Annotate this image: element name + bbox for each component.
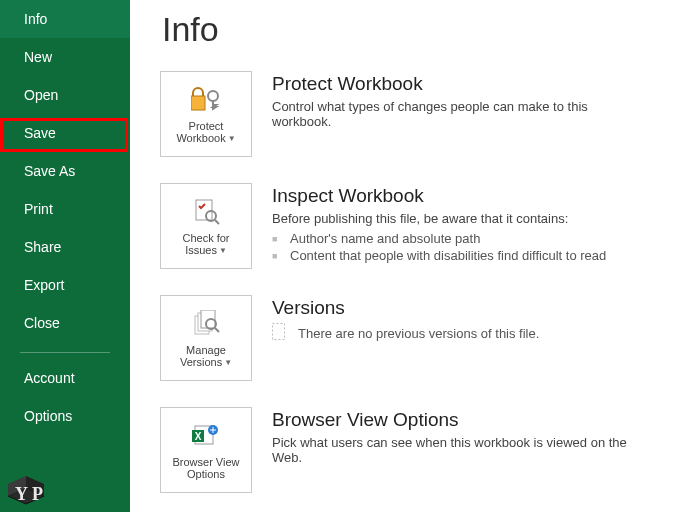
list-item: Author's name and absolute path (272, 230, 650, 247)
sidebar-item-label: Account (24, 370, 75, 386)
versions-text: There are no previous versions of this f… (298, 326, 539, 341)
sidebar-item-print[interactable]: Print (0, 190, 130, 228)
document-versions-icon (191, 308, 221, 340)
sidebar-item-save-as[interactable]: Save As (0, 152, 130, 190)
document-ghost-icon (272, 323, 286, 344)
sidebar-item-account[interactable]: Account (0, 359, 130, 397)
sidebar-item-share[interactable]: Share (0, 228, 130, 266)
browser-title: Browser View Options (272, 409, 650, 431)
protect-workbook-button[interactable]: Protect Workbook▼ (160, 71, 252, 157)
excel-globe-icon: X (191, 420, 221, 452)
svg-rect-0 (191, 96, 205, 110)
tile-label: Protect (189, 120, 224, 132)
checklist-magnifier-icon (191, 196, 221, 228)
sidebar-item-label: Print (24, 201, 53, 217)
browser-view-section: X Browser View Options Browser View Opti… (160, 407, 650, 493)
svg-rect-2 (196, 200, 212, 220)
versions-section: Manage Versions▼ Versions There are no p… (160, 295, 650, 381)
protect-section: Protect Workbook▼ Protect Workbook Contr… (160, 71, 650, 157)
sidebar-item-label: Open (24, 87, 58, 103)
svg-rect-10 (273, 324, 285, 340)
tile-label: Manage (186, 344, 226, 356)
tile-label: Workbook (176, 132, 225, 144)
svg-point-1 (208, 91, 218, 101)
tile-label: Browser View (172, 456, 239, 468)
chevron-down-icon: ▼ (228, 134, 236, 143)
sidebar-item-export[interactable]: Export (0, 266, 130, 304)
protect-title: Protect Workbook (272, 73, 650, 95)
inspect-title: Inspect Workbook (272, 185, 650, 207)
sidebar-item-label: New (24, 49, 52, 65)
sidebar-item-label: Save As (24, 163, 75, 179)
sidebar-item-save[interactable]: Save (0, 114, 130, 152)
tile-label: Versions (180, 356, 222, 368)
inspect-desc: Before publishing this file, be aware th… (272, 211, 650, 226)
check-for-issues-button[interactable]: Check for Issues▼ (160, 183, 252, 269)
yp-logo: Y P (2, 466, 58, 508)
protect-desc: Control what types of changes people can… (272, 99, 650, 129)
sidebar-item-options[interactable]: Options (0, 397, 130, 435)
browser-view-options-button[interactable]: X Browser View Options (160, 407, 252, 493)
versions-title: Versions (272, 297, 650, 319)
tile-label: Options (187, 468, 225, 480)
sidebar-item-open[interactable]: Open (0, 76, 130, 114)
sidebar-item-label: Save (24, 125, 56, 141)
page-title: Info (162, 10, 650, 49)
sidebar-divider (20, 352, 110, 353)
sidebar-item-info[interactable]: Info (0, 0, 130, 38)
sidebar-item-label: Close (24, 315, 60, 331)
info-panel: Info Protect Workbook▼ Protect Workbook … (130, 0, 680, 512)
svg-text:Y: Y (15, 484, 28, 504)
sidebar-item-label: Export (24, 277, 64, 293)
svg-line-9 (215, 328, 219, 332)
inspect-section: Check for Issues▼ Inspect Workbook Befor… (160, 183, 650, 269)
svg-line-4 (215, 220, 219, 224)
sidebar-item-label: Options (24, 408, 72, 424)
svg-text:X: X (195, 431, 202, 442)
sidebar-item-close[interactable]: Close (0, 304, 130, 342)
lock-key-icon (191, 84, 221, 116)
chevron-down-icon: ▼ (219, 246, 227, 255)
chevron-down-icon: ▼ (224, 358, 232, 367)
sidebar-item-label: Info (24, 11, 47, 27)
svg-text:P: P (32, 484, 43, 504)
manage-versions-button[interactable]: Manage Versions▼ (160, 295, 252, 381)
tile-label: Check for (182, 232, 229, 244)
sidebar-item-new[interactable]: New (0, 38, 130, 76)
sidebar-item-label: Share (24, 239, 61, 255)
backstage-sidebar: Info New Open Save Save As Print Share E… (0, 0, 130, 512)
tile-label: Issues (185, 244, 217, 256)
browser-desc: Pick what users can see when this workbo… (272, 435, 650, 465)
list-item: Content that people with disabilities fi… (272, 247, 650, 264)
